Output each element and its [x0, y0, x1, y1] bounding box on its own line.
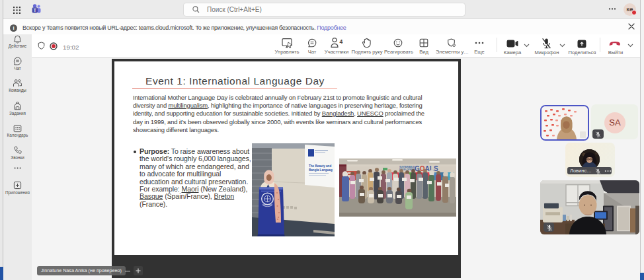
svg-text:Bangla Languag: Bangla Languag	[309, 168, 333, 172]
svg-text:T: T	[34, 8, 36, 13]
svg-text:4: 4	[340, 38, 343, 45]
svg-text:The Beauty and: The Beauty and	[309, 164, 331, 168]
